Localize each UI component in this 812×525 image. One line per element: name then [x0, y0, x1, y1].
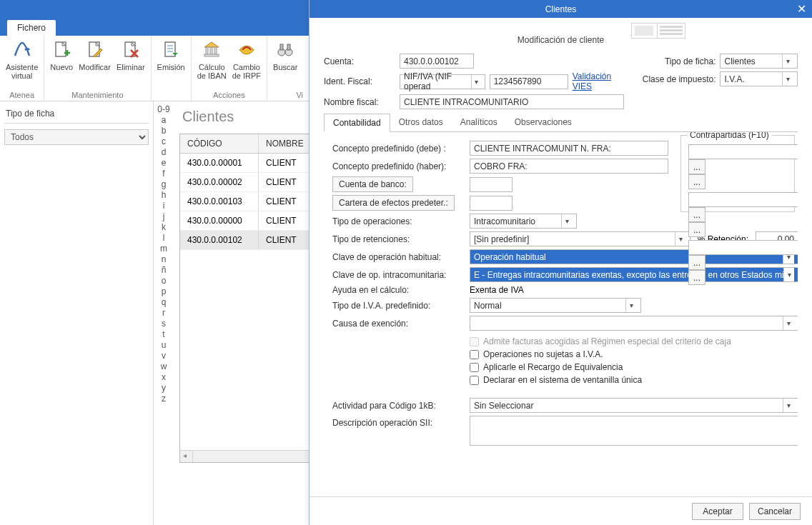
client-dialog: Clientes ✕ Modificación de cliente Cuent…: [309, 0, 812, 525]
clase-imp-combo[interactable]: I.V.A.▾: [720, 71, 798, 86]
validacion-vies-link[interactable]: Validación VIES: [573, 71, 625, 91]
tab-fichero[interactable]: Fichero: [7, 20, 56, 36]
group-acc-title: Acciones: [213, 91, 245, 99]
lookup-button[interactable]: ...: [688, 159, 705, 174]
chk-ventanilla[interactable]: Declarar en el sistema de ventanilla úni…: [470, 375, 798, 385]
alpha-h[interactable]: h: [162, 190, 167, 200]
modificar-button[interactable]: Modificar: [79, 39, 111, 71]
clave-op-label: Clave de operación habitual:: [332, 252, 465, 262]
alpha-s[interactable]: s: [162, 319, 166, 329]
cartera-button[interactable]: Cartera de efectos predeter.:: [332, 195, 455, 211]
cartera-field[interactable]: [470, 196, 513, 211]
alpha-e[interactable]: e: [162, 158, 167, 168]
lookup-button[interactable]: ...: [688, 222, 705, 237]
calculo-iban-button[interactable]: Cálculo de IBAN: [197, 39, 227, 80]
contrapartidas-legend: Contrapartidas (F10): [687, 132, 772, 140]
concepto-haber-field[interactable]: [470, 159, 668, 174]
close-icon[interactable]: ✕: [797, 2, 806, 16]
cancelar-button[interactable]: Cancelar: [749, 503, 801, 520]
tipo-op-combo[interactable]: Intracomunitario▾: [470, 214, 577, 229]
alpha-ñ[interactable]: ñ: [162, 265, 167, 275]
alpha-u[interactable]: u: [162, 340, 167, 350]
cambio-irpf-button[interactable]: Cambio de IRPF: [232, 39, 261, 80]
tab-contabilidad[interactable]: Contabilidad: [324, 114, 390, 132]
eliminar-button[interactable]: Eliminar: [117, 39, 145, 71]
concepto-debe-field[interactable]: [470, 141, 668, 156]
desc-sii-field[interactable]: [470, 416, 798, 446]
actividad-combo[interactable]: Sin Seleccionar▾: [470, 398, 798, 413]
contrapartida-field-1[interactable]: [688, 144, 798, 159]
alpha-p[interactable]: p: [162, 286, 167, 296]
cuenta-banco-button[interactable]: Cuenta de banco:: [332, 176, 413, 192]
tipo-iva-combo[interactable]: Normal▾: [470, 298, 641, 313]
chevron-down-icon: ▾: [625, 299, 637, 312]
tipo-iva-label: Tipo de I.V.A. predefinido:: [332, 301, 465, 311]
alpha-f[interactable]: f: [162, 169, 164, 179]
alpha-n[interactable]: n: [162, 254, 167, 264]
alpha-w[interactable]: w: [161, 361, 167, 371]
tipo-op-label: Tipo de operaciones:: [332, 216, 465, 226]
document-plus-icon: [50, 39, 73, 61]
contrapartida-field-3[interactable]: [688, 240, 798, 255]
chk-recargo[interactable]: Aplicarle el Recargo de Equivalencia: [470, 362, 798, 372]
col-codigo-header[interactable]: CÓDIGO: [180, 134, 259, 153]
cuenta-banco-field[interactable]: [470, 177, 513, 192]
alpha-0-9[interactable]: 0-9: [157, 104, 169, 114]
tipo-ret-combo[interactable]: [Sin predefinir]▾: [470, 231, 690, 246]
ident-type-combo[interactable]: NIF/IVA (NIF operad▾: [400, 74, 485, 89]
alpha-g[interactable]: g: [162, 179, 167, 189]
dialog-title-bar: Clientes ✕: [310, 0, 812, 18]
alpha-q[interactable]: q: [162, 297, 167, 307]
alpha-r[interactable]: r: [162, 308, 165, 318]
alpha-m[interactable]: m: [160, 244, 167, 254]
alpha-t[interactable]: t: [162, 329, 164, 339]
cell-codigo: 430.0.0.00001: [180, 154, 259, 172]
alpha-icon: [11, 39, 34, 61]
emision-button[interactable]: Emisión: [157, 39, 185, 71]
lookup-button[interactable]: ...: [688, 255, 705, 270]
tab-observaciones[interactable]: Observaciones: [506, 114, 580, 131]
alpha-d[interactable]: d: [162, 147, 167, 157]
alpha-i[interactable]: i: [163, 201, 165, 211]
chevron-down-icon: ▾: [561, 214, 573, 228]
alpha-x[interactable]: x: [162, 372, 166, 382]
buscar-button[interactable]: Buscar: [273, 39, 297, 71]
causa-label: Causa de exención:: [332, 319, 465, 329]
clave-intra-label: Clave de op. intracomunitaria:: [332, 270, 465, 280]
contrapartida-field-2[interactable]: [688, 192, 798, 207]
alpha-b[interactable]: b: [162, 126, 167, 136]
cuenta-label: Cuenta:: [324, 56, 392, 66]
document-edit-icon: [84, 39, 107, 61]
chk-no-iva[interactable]: Operaciones no sujetas a I.V.A.: [470, 349, 798, 359]
alpha-a[interactable]: a: [162, 115, 167, 125]
alpha-j[interactable]: j: [163, 211, 165, 221]
lookup-button[interactable]: ...: [688, 207, 705, 222]
aceptar-button[interactable]: Aceptar: [692, 503, 743, 520]
tipo-ficha-select[interactable]: Todos: [4, 129, 149, 145]
nuevo-button[interactable]: Nuevo: [50, 39, 73, 71]
lookup-button[interactable]: ...: [688, 174, 705, 189]
image-placeholder-button[interactable]: [631, 23, 685, 39]
lookup-button[interactable]: ...: [688, 270, 705, 285]
alpha-c[interactable]: c: [162, 136, 166, 146]
tipo-ficha-dlg-combo[interactable]: Clientes▾: [720, 54, 798, 69]
cuenta-field[interactable]: [400, 54, 474, 69]
tab-otros-datos[interactable]: Otros datos: [390, 114, 452, 131]
asistente-virtual-button[interactable]: Asistente virtual: [6, 39, 38, 80]
actividad-label: Actividad para Código 1kB:: [332, 401, 465, 411]
alpha-y[interactable]: y: [162, 383, 166, 393]
alpha-v[interactable]: v: [162, 351, 166, 361]
group-emision-title: [170, 91, 172, 99]
causa-exencion-combo[interactable]: ▾: [470, 316, 798, 331]
alpha-z[interactable]: z: [162, 394, 166, 404]
alpha-o[interactable]: o: [162, 276, 167, 286]
nombre-fiscal-field[interactable]: [400, 94, 624, 109]
alpha-k[interactable]: k: [162, 222, 166, 232]
ident-value-field[interactable]: [490, 74, 568, 89]
cell-codigo: 430.0.0.00103: [180, 192, 259, 211]
alpha-l[interactable]: l: [163, 233, 165, 243]
tab-analiticos[interactable]: Analíticos: [452, 114, 506, 131]
tipo-ret-label: Tipo de retenciones:: [332, 234, 465, 244]
svg-rect-4: [206, 47, 208, 54]
left-panel: Tipo de ficha Todos: [0, 101, 154, 525]
